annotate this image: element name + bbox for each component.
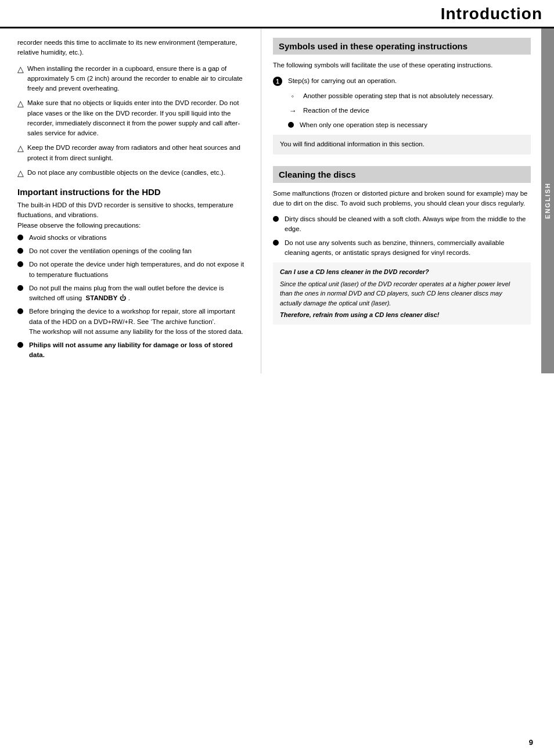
- symbol-text-2: Another possible operating step that is …: [303, 91, 494, 101]
- english-label: ENGLISH: [544, 182, 551, 219]
- main-content: recorder needs this time to acclimate to…: [0, 28, 554, 373]
- warning-icon-3: △: [17, 143, 24, 153]
- hdd-section: Important instructions for the HDD The b…: [17, 187, 249, 361]
- warning-text-1: When installing the recorder in a cupboa…: [27, 64, 249, 94]
- symbol-item-4: When only one operation step is necessar…: [273, 120, 531, 130]
- symbols-title-box: Symbols used in these operating instruct…: [273, 38, 531, 55]
- cleaning-info-footer: Therefore, refrain from using a CD lens …: [280, 310, 524, 320]
- hdd-bullet-text-2: Do not cover the ventilation openings of…: [29, 246, 249, 256]
- arrow-icon: →: [288, 106, 297, 115]
- hdd-intro: The built-in HDD of this DVD recorder is…: [17, 200, 249, 231]
- symbol-item-2: ◦ Another possible operating step that i…: [273, 91, 531, 101]
- warning-icon-4: △: [17, 168, 24, 178]
- hdd-bullet-6: Philips will not assume any liability fo…: [17, 340, 249, 361]
- warning-icon-2: △: [17, 99, 24, 108]
- hdd-bullet-2: Do not cover the ventilation openings of…: [17, 246, 249, 256]
- warning-item-3: △ Keep the DVD recorder away from radiat…: [17, 143, 249, 163]
- warning-item-4: △ Do not place any combustible objects o…: [17, 168, 249, 178]
- cleaning-bullet-text-2: Do not use any solvents such as benzine,…: [285, 238, 531, 258]
- hdd-bullet-text-6: Philips will not assume any liability fo…: [29, 340, 249, 361]
- hdd-bullet-text-3: Do not operate the device under high tem…: [29, 260, 249, 280]
- cleaning-bullet-1: Dirty discs should be cleaned with a sof…: [273, 214, 531, 235]
- bullet-dot: [17, 342, 23, 348]
- intro-text: recorder needs this time to acclimate to…: [17, 38, 249, 58]
- bullet-dot: [273, 216, 279, 222]
- cleaning-bullet-2: Do not use any solvents such as benzine,…: [273, 238, 531, 258]
- hdd-bullet-text-5: Before bringing the device to a workshop…: [29, 307, 249, 337]
- symbol-text-3: Reaction of the device: [303, 106, 369, 116]
- symbol-item-1: 1 Step(s) for carrying out an operation.: [273, 76, 531, 86]
- cleaning-info-box: Can I use a CD lens cleaner in the DVD r…: [273, 262, 531, 325]
- symbol-text-1: Step(s) for carrying out an operation.: [288, 76, 397, 86]
- bullet-dot: [17, 248, 23, 254]
- warning-text-3: Keep the DVD recorder away from radiator…: [27, 143, 249, 163]
- hdd-bullet-4: Do not pull the mains plug from the wall…: [17, 283, 249, 304]
- hdd-bullet-3: Do not operate the device under high tem…: [17, 260, 249, 280]
- warning-item-1: △ When installing the recorder in a cupb…: [17, 64, 249, 94]
- warning-text-4: Do not place any combustible objects on …: [27, 168, 225, 178]
- cleaning-intro: Some malfunctions (frozen or distorted p…: [273, 189, 531, 209]
- page-header: Introduction: [0, 0, 554, 28]
- hdd-title: Important instructions for the HDD: [17, 187, 249, 197]
- cleaning-bullet-text-1: Dirty discs should be cleaned with a sof…: [285, 214, 531, 235]
- hdd-bullet-text-4: Do not pull the mains plug from the wall…: [29, 283, 249, 304]
- hdd-bullet-text-1: Avoid shocks or vibrations: [29, 233, 249, 243]
- cleaning-info-title: Can I use a CD lens cleaner in the DVD r…: [280, 267, 524, 277]
- symbol-item-3: → Reaction of the device: [273, 106, 531, 116]
- bullet-dot: [273, 240, 279, 246]
- hdd-bullet-1: Avoid shocks or vibrations: [17, 233, 249, 243]
- english-sidebar: ENGLISH: [541, 28, 554, 373]
- symbols-info-box: You will find additional information in …: [273, 135, 531, 154]
- open-circle-icon: ◦: [288, 92, 297, 100]
- page-title: Introduction: [12, 5, 542, 23]
- cleaning-title: Cleaning the discs: [279, 170, 356, 179]
- bullet-dot: [17, 308, 23, 314]
- cleaning-info-body: Since the optical unit (laser) of the DV…: [280, 279, 524, 308]
- cleaning-title-box: Cleaning the discs: [273, 166, 531, 183]
- symbol-dot: [288, 122, 294, 128]
- symbols-info-text: You will find additional information in …: [280, 141, 425, 147]
- symbol-number-1: 1: [273, 77, 282, 86]
- warning-text-2: Make sure that no objects or liquids ent…: [27, 98, 249, 138]
- right-column: Symbols used in these operating instruct…: [261, 28, 554, 373]
- bullet-dot: [17, 235, 23, 240]
- page-number: 9: [529, 738, 533, 747]
- symbol-text-4: When only one operation step is necessar…: [300, 120, 427, 130]
- symbols-title: Symbols used in these operating instruct…: [279, 41, 467, 51]
- warning-item-2: △ Make sure that no objects or liquids e…: [17, 98, 249, 138]
- bullet-dot: [17, 261, 23, 267]
- hdd-bullet-5: Before bringing the device to a workshop…: [17, 307, 249, 337]
- bullet-dot: [17, 285, 23, 291]
- symbols-intro: The following symbols will facilitate th…: [273, 60, 531, 70]
- left-column: recorder needs this time to acclimate to…: [0, 28, 261, 373]
- warning-icon-1: △: [17, 64, 24, 74]
